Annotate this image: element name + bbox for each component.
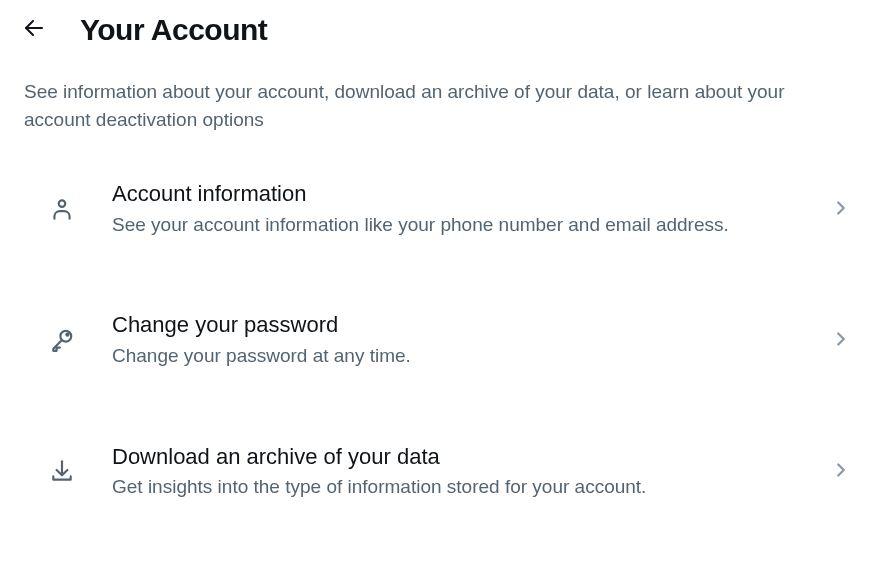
page-title: Your Account (80, 13, 267, 47)
chevron-right-icon (830, 197, 854, 221)
menu-item-account-information[interactable]: Account information See your account inf… (0, 157, 878, 260)
menu-item-description: See your account information like your p… (112, 211, 794, 239)
menu: Account information See your account inf… (0, 157, 878, 523)
menu-item-download-archive[interactable]: Download an archive of your data Get ins… (0, 420, 878, 523)
menu-item-description: Get insights into the type of informatio… (112, 473, 794, 501)
menu-item-title: Change your password (112, 310, 794, 340)
person-icon (48, 195, 76, 223)
key-icon (48, 326, 76, 354)
menu-item-title: Download an archive of your data (112, 442, 794, 472)
download-icon (48, 457, 76, 485)
header: Your Account (0, 0, 878, 60)
chevron-right-icon (830, 328, 854, 352)
svg-point-1 (59, 200, 66, 207)
menu-item-title: Account information (112, 179, 794, 209)
chevron-right-icon (830, 459, 854, 483)
back-button[interactable] (16, 12, 52, 48)
menu-item-description: Change your password at any time. (112, 342, 794, 370)
arrow-left-icon (22, 16, 46, 44)
menu-text: Change your password Change your passwor… (112, 310, 794, 369)
svg-point-3 (66, 333, 68, 335)
menu-text: Download an archive of your data Get ins… (112, 442, 794, 501)
menu-text: Account information See your account inf… (112, 179, 794, 238)
menu-item-change-password[interactable]: Change your password Change your passwor… (0, 288, 878, 391)
page-subtitle: See information about your account, down… (0, 60, 878, 157)
